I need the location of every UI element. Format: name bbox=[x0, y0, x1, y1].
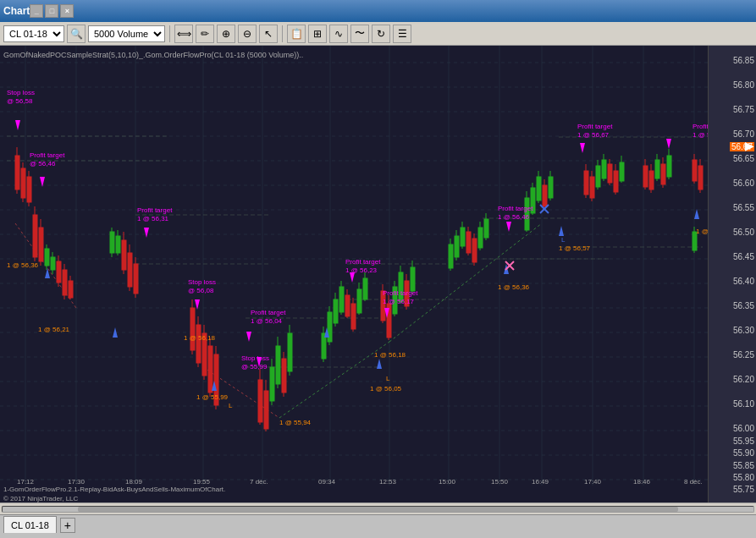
svg-text:Stop loss: Stop loss bbox=[7, 89, 35, 96]
svg-text:Profit target: Profit target bbox=[30, 151, 65, 159]
svg-text:Profit target: Profit target bbox=[383, 289, 418, 297]
svg-text:09:34: 09:34 bbox=[318, 478, 336, 486]
svg-text:1 @ 56,17: 1 @ 56,17 bbox=[383, 298, 415, 305]
svg-text:Profit target: Profit target bbox=[137, 206, 173, 214]
price-label-5600: 56.00 bbox=[733, 424, 754, 433]
svg-text:1 @ 56.: 1 @ 56. bbox=[693, 131, 708, 139]
tab-cl-0118[interactable]: CL 01-18 bbox=[3, 516, 57, 533]
title-text: Chart bbox=[3, 5, 30, 17]
nav-right-arrow[interactable]: ▶ bbox=[745, 139, 754, 152]
price-label-5620: 56.20 bbox=[733, 375, 754, 384]
cursor-icon[interactable]: ↖ bbox=[259, 25, 278, 43]
svg-text:7 déc.: 7 déc. bbox=[250, 478, 268, 486]
bars-icon[interactable]: ⟺ bbox=[174, 25, 193, 43]
svg-text:17:40: 17:40 bbox=[584, 478, 602, 486]
svg-text:1 @ 56,23: 1 @ 56,23 bbox=[345, 266, 378, 274]
price-label-5650: 56.50 bbox=[733, 228, 754, 237]
svg-text:1 @ 56,21: 1 @ 56,21 bbox=[38, 326, 70, 333]
svg-text:18:46: 18:46 bbox=[633, 478, 651, 486]
svg-text:L: L bbox=[561, 236, 566, 244]
svg-text:1 @ 56,31: 1 @ 56,31 bbox=[137, 215, 169, 222]
price-label-5625: 56.25 bbox=[733, 350, 754, 360]
svg-text:Profit target: Profit target bbox=[577, 123, 613, 130]
zoom-icon[interactable]: 🔍 bbox=[67, 25, 86, 43]
tab-add-button[interactable]: + bbox=[60, 518, 75, 533]
price-label-5580: 55.80 bbox=[733, 473, 754, 482]
price-label-5610: 56.10 bbox=[733, 399, 754, 409]
price-label-5655: 56.55 bbox=[733, 203, 754, 212]
title-bar: Chart _ □ × bbox=[0, 0, 756, 22]
menu-icon[interactable]: ☰ bbox=[393, 25, 411, 43]
svg-text:@ 56,46: @ 56,46 bbox=[30, 160, 56, 167]
close-button[interactable]: × bbox=[60, 4, 74, 18]
zoom-out-icon[interactable]: ⊖ bbox=[238, 25, 257, 43]
svg-text:Profit target: Profit target bbox=[251, 309, 286, 316]
svg-text:1 @ 56,18: 1 @ 56,18 bbox=[184, 334, 216, 342]
svg-text:@ 56,08: @ 56,08 bbox=[188, 287, 214, 294]
svg-text:15:50: 15:50 bbox=[491, 478, 509, 486]
svg-text:17:12: 17:12 bbox=[17, 478, 35, 486]
tab-label: CL 01-18 bbox=[11, 520, 49, 530]
toolbar-separator-1 bbox=[169, 25, 170, 42]
svg-text:Profit target: Profit target bbox=[345, 258, 381, 266]
svg-text:Profit target: Profit target bbox=[498, 205, 533, 212]
price-label-5675: 56.75 bbox=[733, 105, 754, 114]
scrollbar-area[interactable] bbox=[0, 502, 756, 514]
toolbar-separator-2 bbox=[282, 25, 283, 42]
svg-text:1 @ 56,05: 1 @ 56,05 bbox=[370, 385, 402, 393]
price-label-5680: 56.80 bbox=[733, 80, 754, 90]
svg-text:16:49: 16:49 bbox=[532, 478, 549, 486]
svg-text:GomOfNakedPOCSampleStrat(5,10,: GomOfNakedPOCSampleStrat(5,10,10)_.Gom.O… bbox=[3, 51, 303, 59]
svg-text:1-GomOrderFlowPro.2.1-Replay-B: 1-GomOrderFlowPro.2.1-Replay-BidAsk-Buys… bbox=[3, 486, 225, 493]
svg-text:17:30: 17:30 bbox=[68, 478, 86, 486]
price-label-5590: 55.90 bbox=[733, 448, 754, 458]
price-label-5645: 56.45 bbox=[733, 252, 754, 261]
svg-text:@ 56,58: @ 56,58 bbox=[7, 97, 33, 105]
price-label-5575: 55.75 bbox=[733, 485, 754, 494]
svg-text:L: L bbox=[229, 402, 233, 409]
svg-text:1 @ 55,99: 1 @ 55,99 bbox=[196, 393, 229, 401]
svg-text:Stop loss: Stop loss bbox=[241, 354, 269, 362]
svg-text:1 @ 56.: 1 @ 56. bbox=[696, 228, 708, 235]
svg-text:1 @ 56,57: 1 @ 56,57 bbox=[559, 244, 591, 252]
price-axis: 56.85 56.80 56.75 56.70 56.67 56.65 56.6… bbox=[708, 46, 756, 502]
svg-text:1 @ 56,04: 1 @ 56,04 bbox=[251, 317, 283, 325]
svg-text:8 déc.: 8 déc. bbox=[684, 478, 703, 486]
svg-text:L: L bbox=[386, 375, 390, 382]
price-label-5630: 56.30 bbox=[733, 326, 754, 335]
chart-svg: GomOfNakedPOCSampleStrat(5,10,10)_.Gom.O… bbox=[0, 46, 708, 502]
svg-text:1 @ 56,67: 1 @ 56,67 bbox=[577, 131, 610, 139]
price-label-5640: 56.40 bbox=[733, 277, 754, 286]
properties-icon[interactable]: 📋 bbox=[287, 25, 306, 43]
volume-select[interactable]: 5000 Volume bbox=[88, 25, 165, 42]
strategies-icon[interactable]: 〜 bbox=[350, 25, 369, 43]
window-controls: _ □ × bbox=[30, 4, 74, 18]
refresh-icon[interactable]: ↻ bbox=[372, 25, 390, 43]
grid-icon[interactable]: ⊞ bbox=[308, 25, 327, 43]
svg-text:Profit tar: Profit tar bbox=[693, 123, 708, 130]
svg-text:1 @ 56,18: 1 @ 56,18 bbox=[374, 351, 406, 359]
indicators-icon[interactable]: ∿ bbox=[329, 25, 348, 43]
restore-button[interactable]: □ bbox=[45, 4, 58, 18]
tab-bar: CL 01-18 + bbox=[0, 514, 756, 533]
svg-text:@ 55,99: @ 55,99 bbox=[241, 363, 268, 371]
zoom-in-icon[interactable]: ⊕ bbox=[217, 25, 235, 43]
price-label-5665: 56.65 bbox=[733, 154, 754, 163]
price-label-5685: 56.85 bbox=[733, 56, 754, 65]
svg-text:12:53: 12:53 bbox=[379, 478, 397, 486]
svg-text:15:00: 15:00 bbox=[439, 478, 456, 486]
price-label-5595: 55.95 bbox=[733, 436, 754, 446]
draw-icon[interactable]: ✏ bbox=[196, 25, 214, 43]
symbol-select[interactable]: CL 01-18 bbox=[3, 25, 64, 42]
price-label-5635: 56.35 bbox=[733, 301, 754, 310]
svg-text:1 @ 56,36: 1 @ 56,36 bbox=[7, 261, 39, 269]
price-label-5585: 55.85 bbox=[733, 461, 754, 470]
svg-text:© 2017 NinjaTrader, LLC: © 2017 NinjaTrader, LLC bbox=[3, 495, 79, 502]
svg-text:19:55: 19:55 bbox=[193, 478, 211, 486]
minimize-button[interactable]: _ bbox=[30, 4, 43, 18]
svg-text:1 @ 56,46: 1 @ 56,46 bbox=[498, 213, 530, 221]
svg-text:1 @ 56,36: 1 @ 56,36 bbox=[498, 283, 530, 291]
chart-area: GomOfNakedPOCSampleStrat(5,10,10)_.Gom.O… bbox=[0, 46, 756, 502]
price-label-5660: 56.60 bbox=[733, 178, 754, 188]
toolbar: CL 01-18 🔍 5000 Volume ⟺ ✏ ⊕ ⊖ ↖ 📋 ⊞ ∿ 〜… bbox=[0, 22, 756, 46]
